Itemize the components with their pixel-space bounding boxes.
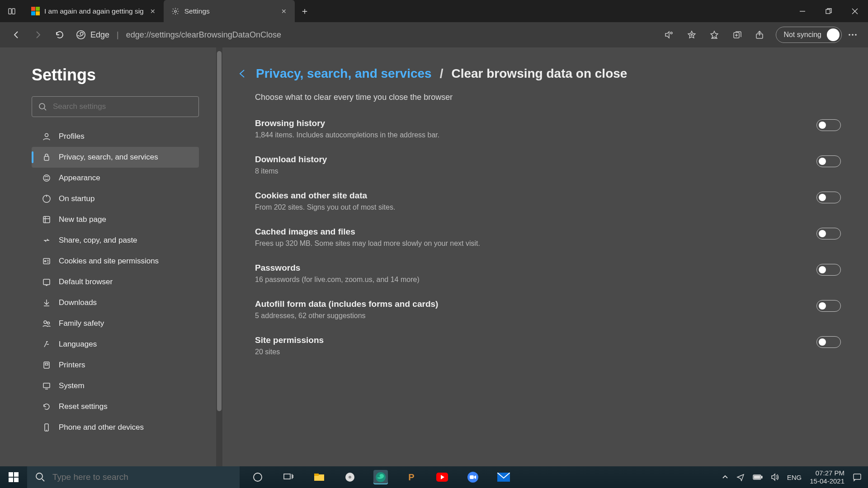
item-description: From 202 sites. Signs you out of most si… xyxy=(255,203,816,211)
sidebar-item[interactable]: Profiles xyxy=(32,126,199,147)
sidebar-item[interactable]: Privacy, search, and services xyxy=(32,147,199,168)
nav-icon xyxy=(42,194,52,203)
file-explorer-icon[interactable] xyxy=(312,470,326,484)
toggle-switch[interactable] xyxy=(816,155,841,167)
search-settings-field[interactable] xyxy=(53,102,192,111)
volume-icon[interactable] xyxy=(771,473,779,481)
breadcrumb-back-button[interactable] xyxy=(236,68,248,80)
tab-actions-button[interactable] xyxy=(0,0,24,22)
toggle-switch[interactable] xyxy=(816,336,841,348)
site-identity[interactable]: Edge xyxy=(76,30,109,40)
edge-browser-icon[interactable] xyxy=(373,470,388,484)
toggle-switch[interactable] xyxy=(816,264,841,276)
read-aloud-icon[interactable] xyxy=(664,29,675,40)
forward-button[interactable] xyxy=(28,25,48,45)
app-icon-disc[interactable] xyxy=(343,470,357,484)
sidebar-item[interactable]: Share, copy, and paste xyxy=(32,230,199,251)
nav-icon xyxy=(42,402,52,411)
item-title: Cached images and files xyxy=(255,227,816,237)
sidebar-item[interactable]: Languages xyxy=(32,334,199,355)
item-description: Frees up 320 MB. Some sites may load mor… xyxy=(255,239,816,248)
svg-point-37 xyxy=(44,321,47,324)
tray-expand-icon[interactable] xyxy=(722,474,728,480)
favorites-star-icon[interactable] xyxy=(686,29,697,40)
scrollbar-thumb[interactable] xyxy=(217,51,222,411)
window-close-button[interactable] xyxy=(842,0,868,22)
svg-marker-66 xyxy=(772,474,775,480)
svg-rect-0 xyxy=(9,9,11,14)
toggle-switch[interactable] xyxy=(816,119,841,131)
item-title: Passwords xyxy=(255,263,816,273)
sidebar-item[interactable]: Default browser xyxy=(32,272,199,292)
sidebar-item[interactable]: System xyxy=(32,375,199,396)
sidebar-item-label: Profiles xyxy=(59,132,85,141)
address-bar[interactable]: Edge | edge://settings/clearBrowsingData… xyxy=(76,26,662,44)
edge-icon xyxy=(76,30,86,40)
task-view-icon[interactable] xyxy=(281,470,296,484)
refresh-button[interactable] xyxy=(50,25,70,45)
notifications-icon[interactable] xyxy=(853,473,862,482)
new-tab-button[interactable]: ＋ xyxy=(295,0,315,22)
mail-icon[interactable] xyxy=(496,470,511,484)
sidebar-item[interactable]: Reset settings xyxy=(32,396,199,417)
sidebar-item[interactable]: On startup xyxy=(32,188,199,209)
favorites-list-icon[interactable] xyxy=(709,29,720,40)
app-icon-p[interactable]: P xyxy=(404,470,419,484)
clock-time: 07:27 PM xyxy=(810,469,844,477)
toggle-switch[interactable] xyxy=(816,228,841,239)
toggle-switch[interactable] xyxy=(816,192,841,203)
sidebar-item[interactable]: Family safety xyxy=(32,313,199,334)
taskbar-search-input[interactable] xyxy=(52,472,231,482)
svg-point-18 xyxy=(852,34,854,36)
toggle-switch[interactable] xyxy=(816,300,841,312)
window-maximize-button[interactable] xyxy=(816,0,842,22)
breadcrumb-link[interactable]: Privacy, search, and services xyxy=(256,66,432,81)
svg-point-31 xyxy=(45,261,46,262)
collections-icon[interactable] xyxy=(731,29,742,40)
window-minimize-button[interactable] xyxy=(789,0,816,22)
sidebar-item[interactable]: Printers xyxy=(32,355,199,375)
close-tab-button[interactable]: ✕ xyxy=(279,7,288,16)
sidebar-item[interactable]: New tab page xyxy=(32,209,199,230)
svg-rect-64 xyxy=(761,476,762,478)
zoom-icon[interactable] xyxy=(466,470,480,484)
sidebar-item[interactable]: Phone and other devices xyxy=(32,417,199,438)
share-icon[interactable] xyxy=(754,29,765,40)
microsoft-icon xyxy=(31,7,40,16)
breadcrumb-current: Clear browsing data on close xyxy=(451,66,627,81)
sidebar-item-label: System xyxy=(59,381,85,390)
menu-button[interactable] xyxy=(844,33,862,36)
youtube-icon[interactable] xyxy=(435,470,449,484)
nav-icon xyxy=(42,423,52,432)
svg-rect-40 xyxy=(45,363,48,365)
sidebar-item[interactable]: Appearance xyxy=(32,168,199,188)
profile-sync-button[interactable]: Not syncing xyxy=(776,27,842,43)
svg-rect-49 xyxy=(284,474,290,479)
nav-icon xyxy=(42,298,52,307)
start-button[interactable] xyxy=(0,472,27,482)
search-settings-input[interactable] xyxy=(32,96,199,117)
svg-point-17 xyxy=(849,34,850,36)
sidebar-item[interactable]: Downloads xyxy=(32,292,199,313)
clear-data-item: Site permissions20 sites xyxy=(255,335,841,356)
cortana-icon[interactable] xyxy=(250,470,265,484)
clear-data-item: Passwords16 passwords (for live.com, zoo… xyxy=(255,263,841,284)
close-tab-button[interactable]: ✕ xyxy=(148,7,157,16)
battery-icon[interactable] xyxy=(753,474,763,480)
sidebar-item-label: Printers xyxy=(59,361,85,370)
back-button[interactable] xyxy=(6,25,26,45)
sidebar-item[interactable]: Cookies and site permissions xyxy=(32,251,199,272)
nav-icon xyxy=(42,257,52,266)
svg-point-48 xyxy=(254,473,262,481)
tab-active[interactable]: Settings ✕ xyxy=(164,0,295,22)
nav-icon xyxy=(42,381,52,390)
language-indicator[interactable]: ENG xyxy=(787,474,802,481)
settings-main: Privacy, search, and services / Clear br… xyxy=(216,47,868,466)
tab-inactive[interactable]: I am again and again getting sig ✕ xyxy=(24,0,164,22)
address-url: edge://settings/clearBrowsingDataOnClose xyxy=(126,30,281,40)
clear-data-item: Download history8 items xyxy=(255,155,841,175)
clock[interactable]: 07:27 PM 15-04-2021 xyxy=(810,469,844,485)
sidebar-scrollbar[interactable] xyxy=(216,47,222,466)
airplane-mode-icon[interactable] xyxy=(736,473,745,481)
taskbar-search[interactable] xyxy=(27,466,240,488)
